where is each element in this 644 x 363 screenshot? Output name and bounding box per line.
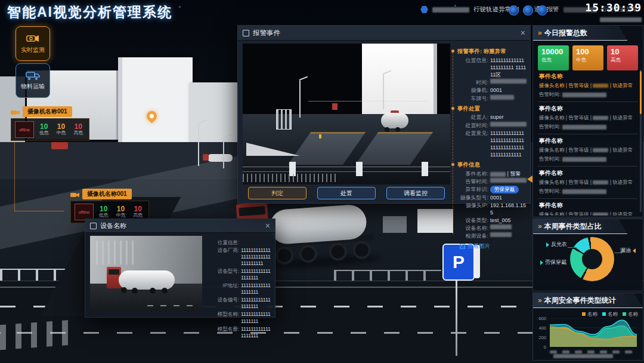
signal-light xyxy=(319,134,321,139)
stat-low: 10低危 xyxy=(37,123,51,136)
field-row: 异常标识:劳保穿戴 xyxy=(457,186,527,193)
card-high-risk: 10高危 xyxy=(607,45,638,70)
timeline-guide xyxy=(453,50,453,235)
building xyxy=(190,82,241,142)
redacted-value xyxy=(490,178,527,183)
field-row: 摄像头型号:0001 xyxy=(457,194,527,201)
street-lamp xyxy=(299,81,301,118)
stat-high: 10高危 xyxy=(71,123,85,136)
fence-rail xyxy=(243,171,450,172)
hexagon-badge-icon xyxy=(420,6,428,14)
photo-shelving xyxy=(96,241,138,264)
nav-icon-1[interactable] xyxy=(509,5,519,16)
offline-text: offline xyxy=(19,128,30,132)
white-wall xyxy=(362,44,437,122)
sidebar-item-realtime-monitor[interactable]: 实时监测 xyxy=(16,26,50,61)
leader-line xyxy=(614,253,623,253)
small-truck xyxy=(51,142,68,149)
sidebar-item-material-transport[interactable]: 物料运输 xyxy=(16,63,50,98)
redacted-text xyxy=(432,7,469,13)
event-row[interactable]: 事件名称 摄像头名称 | 告警等级 | | 轨迹异常 告警时间: xyxy=(538,102,638,134)
field-row: 位置信息:1111111111111111111111 111111区 xyxy=(457,57,527,78)
redacted-value xyxy=(490,224,512,229)
stat-mid: 10中危 xyxy=(114,205,128,219)
redacted-value xyxy=(490,122,527,127)
field-row: 处置人:super xyxy=(457,113,527,121)
field-row: 检测设备: xyxy=(457,232,527,239)
fence-post xyxy=(422,162,428,176)
scrollbar-thumb[interactable] xyxy=(640,71,642,114)
y-tick: 600 xyxy=(535,316,546,321)
event-row[interactable]: 事件名称 摄像头名称 | 告警等级 | | 轨迹异常 告警时间: xyxy=(538,199,638,216)
connector-line xyxy=(14,211,64,211)
view-monitor-button[interactable]: 调看监控 xyxy=(386,187,445,199)
particle-dot xyxy=(179,6,181,8)
stat-low: 10低危 xyxy=(97,205,111,219)
stat-high: 10高危 xyxy=(131,205,145,219)
modal-header: 报警事件 × xyxy=(238,26,530,41)
field-row: 事件名称: | 预警 xyxy=(457,170,527,177)
panel-collapse-arrow[interactable] xyxy=(527,176,532,183)
modal-title: 报警事件 xyxy=(253,29,280,38)
modal-icon xyxy=(243,30,249,36)
handle-button[interactable]: 处置 xyxy=(317,187,376,199)
donut-label-reflective-vest: 反光衣 xyxy=(546,241,567,248)
crosswalk xyxy=(0,320,72,350)
close-icon[interactable]: × xyxy=(265,222,270,230)
stat-mid: 10中危 xyxy=(54,123,69,136)
camera-label-title[interactable]: 摄像机名称001 xyxy=(82,189,132,199)
judge-button[interactable]: 判定 xyxy=(248,187,306,199)
field-row: 处置时间: xyxy=(457,122,527,129)
panel-title: 本周事件类型占比 xyxy=(544,219,602,233)
leader-line xyxy=(568,247,577,248)
image-icon xyxy=(460,244,465,249)
event-row[interactable]: 事件名称 摄像头名称 | 告警等级 | | 轨迹异常 告警时间: xyxy=(538,167,638,199)
hatch-strip xyxy=(243,174,338,182)
camera-icon xyxy=(11,109,20,117)
street-lamp xyxy=(383,75,384,109)
clock: 15:30:39 xyxy=(585,2,642,24)
modal-title: 设备名称 xyxy=(100,222,126,230)
small-tanker xyxy=(208,154,233,162)
y-tick: 400 xyxy=(535,325,546,331)
field-row: 设备类型:test_005 xyxy=(457,217,527,224)
view-image-link[interactable]: 查看图片 xyxy=(460,242,527,250)
wheel-small xyxy=(385,127,389,132)
sign-pole xyxy=(456,277,457,356)
section-alarm-event: 报警事件: 称重异常 xyxy=(451,48,527,56)
field-row: IP地址:1111111111111111111 xyxy=(206,282,271,296)
device-fields: 位置信息: 设备厂商:11111111111111111111111111111… xyxy=(206,238,271,340)
field-row: 告警时间: xyxy=(457,178,527,185)
field-row: 设备编号:1111111111111111111 xyxy=(206,297,271,310)
alarm-event-modal: 报警事件 × xyxy=(237,25,531,204)
section-event-info: 事件信息 xyxy=(451,161,527,169)
page-title: 智能AI视觉分析管理系统 xyxy=(7,3,172,21)
app-root: P 智能AI视觉分析管理系统 行驶轨迹异常 ！！！通道报警 行驶轨迹异常 15:… xyxy=(0,0,644,363)
gate-cabinet xyxy=(276,109,292,130)
camera-label-title[interactable]: 摄像机名称001 xyxy=(23,106,72,117)
nav-icon-3[interactable] xyxy=(537,5,547,16)
redacted-date xyxy=(600,17,642,22)
photo-truck-window xyxy=(109,269,119,275)
fence-post xyxy=(356,162,363,176)
alarm-details: 报警事件: 称重异常 位置信息:1111111111111111111111 1… xyxy=(451,45,527,250)
camera-marker-1[interactable]: 摄像机名称001 offline 10低危 10中危 10高危 xyxy=(11,106,89,141)
tag-labor-protection: 劳保穿戴 xyxy=(490,186,519,193)
event-row[interactable]: 事件名称 摄像头名称 | 告警等级 | | 轨迹异常 告警时间: xyxy=(538,70,638,102)
card-mid-risk: 100中危 xyxy=(572,45,603,70)
fence-rail xyxy=(243,167,450,167)
topbar-icons xyxy=(509,5,547,16)
panel-header: »本周安全事件类型统计 xyxy=(533,293,632,308)
redacted-value xyxy=(490,172,506,177)
nav-icon-2[interactable] xyxy=(523,5,533,16)
camera-label-body: offline 10低危 10中危 10高危 xyxy=(11,118,89,141)
camera-icon xyxy=(26,33,39,44)
y-tick: 200 xyxy=(535,335,546,340)
field-row: 摄像机:0001 xyxy=(457,87,527,94)
chevron-icon: » xyxy=(538,219,542,233)
event-row[interactable]: 事件名称 摄像头名称 | 告警等级 | | 轨迹异常 告警时间: xyxy=(538,134,638,167)
donut-label-labor-protection: 劳保穿戴 xyxy=(540,259,566,266)
clock-time: 15:30:39 xyxy=(585,2,642,14)
close-icon[interactable]: × xyxy=(521,29,525,37)
photo-lane-line xyxy=(147,305,195,306)
